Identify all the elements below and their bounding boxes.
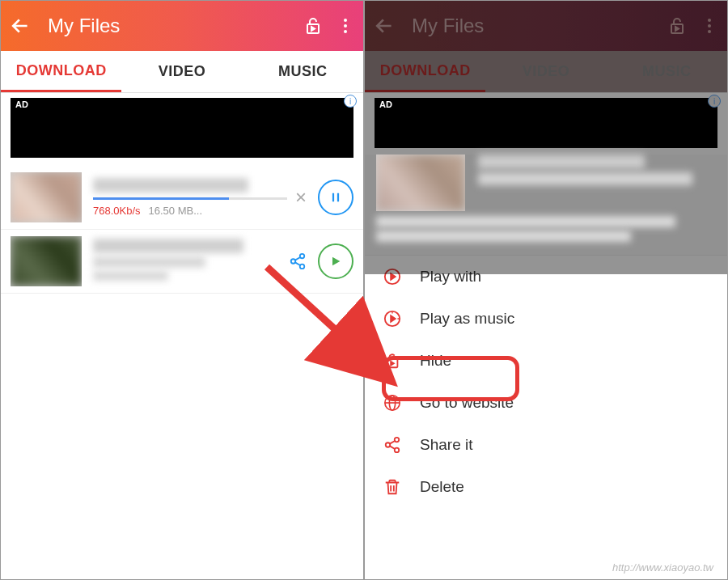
item-subtitle-blurred — [478, 172, 692, 185]
ad-info-icon[interactable]: i — [708, 95, 721, 108]
lock-open-icon — [383, 351, 402, 370]
globe-icon — [383, 393, 402, 413]
tab-video[interactable]: VIDEO — [121, 51, 242, 92]
download-item-active[interactable]: 768.0Kb/s 16.50 MB... × — [1, 166, 363, 230]
screen-left: My Files DOWNLOAD VIDEO MUSIC AD i 768.0… — [0, 0, 364, 580]
svg-line-25 — [390, 446, 395, 449]
menu-play-with[interactable]: Play with — [365, 256, 727, 298]
menu-label: Play as music — [420, 310, 514, 328]
tab-download[interactable]: DOWNLOAD — [1, 51, 121, 92]
menu-play-as-music[interactable]: Play as music — [365, 298, 727, 340]
ad-banner[interactable]: AD i — [375, 98, 717, 148]
more-icon[interactable] — [701, 18, 717, 34]
context-menu: Play with Play as music Hide Go to websi… — [365, 256, 727, 508]
cancel-button[interactable]: × — [295, 186, 307, 209]
menu-share-it[interactable]: Share it — [365, 424, 727, 466]
svg-marker-1 — [311, 27, 315, 31]
menu-label: Play with — [420, 268, 481, 286]
item-title-blurred — [478, 155, 645, 169]
item-title-blurred — [93, 239, 243, 253]
item-body — [93, 239, 281, 284]
lock-icon[interactable] — [303, 16, 323, 36]
svg-line-8 — [295, 262, 300, 265]
svg-marker-13 — [391, 273, 396, 279]
item-body: 768.0Kb/s 16.50 MB... — [93, 178, 287, 217]
tab-bar: DOWNLOAD VIDEO MUSIC — [365, 51, 727, 93]
svg-point-21 — [395, 438, 400, 442]
svg-marker-9 — [332, 257, 340, 266]
menu-label: Share it — [420, 436, 472, 454]
item-meta-blurred — [376, 231, 631, 242]
menu-hide[interactable]: Hide — [365, 340, 727, 382]
watermark: http://www.xiaoyao.tw — [612, 561, 713, 574]
item-title-blurred — [93, 178, 248, 193]
svg-marker-11 — [675, 27, 679, 31]
menu-label: Delete — [420, 478, 464, 496]
menu-label: Go to website — [420, 394, 514, 412]
selected-item — [365, 155, 727, 256]
lock-icon[interactable] — [667, 16, 687, 36]
svg-line-7 — [295, 257, 300, 260]
play-button[interactable] — [318, 243, 353, 279]
svg-point-5 — [291, 259, 296, 264]
more-icon[interactable] — [337, 18, 353, 34]
svg-point-22 — [386, 442, 391, 447]
thumbnail — [11, 236, 82, 286]
ad-label: AD — [11, 98, 33, 111]
play-clock-icon — [383, 309, 402, 328]
pause-button[interactable] — [318, 180, 353, 215]
ad-label: AD — [375, 98, 397, 111]
back-icon[interactable] — [375, 15, 396, 36]
share-icon — [383, 435, 402, 455]
svg-line-24 — [390, 441, 395, 444]
trash-icon — [383, 477, 402, 497]
tab-download[interactable]: DOWNLOAD — [365, 51, 485, 92]
svg-point-23 — [395, 448, 400, 453]
thumbnail — [376, 155, 465, 211]
download-item-complete[interactable] — [1, 230, 363, 294]
svg-point-6 — [300, 265, 305, 269]
back-icon[interactable] — [11, 15, 32, 36]
app-header: My Files — [365, 1, 727, 51]
ad-banner[interactable]: AD i — [11, 98, 353, 158]
tab-video[interactable]: VIDEO — [485, 51, 606, 92]
app-header: My Files — [1, 1, 363, 51]
tab-music[interactable]: MUSIC — [607, 51, 727, 92]
svg-marker-15 — [391, 315, 396, 321]
download-speed: 768.0Kb/s — [93, 205, 141, 217]
download-size: 16.50 MB... — [149, 205, 202, 217]
svg-marker-17 — [391, 362, 394, 366]
page-title: My Files — [412, 15, 667, 37]
item-meta-blurred — [93, 271, 168, 281]
menu-delete[interactable]: Delete — [365, 466, 727, 508]
screen-right: My Files DOWNLOAD VIDEO MUSIC AD i — [364, 0, 728, 580]
page-title: My Files — [48, 15, 303, 37]
item-subtitle-blurred — [93, 256, 205, 268]
menu-go-to-website[interactable]: Go to website — [365, 382, 727, 424]
thumbnail — [11, 172, 82, 222]
menu-label: Hide — [420, 352, 451, 370]
progress-bar — [93, 197, 287, 200]
tab-music[interactable]: MUSIC — [243, 51, 363, 92]
tab-bar: DOWNLOAD VIDEO MUSIC — [1, 51, 363, 93]
share-icon[interactable] — [289, 252, 307, 270]
svg-point-4 — [300, 254, 305, 259]
play-circle-icon — [383, 267, 402, 286]
ad-info-icon[interactable]: i — [344, 95, 357, 108]
item-meta-blurred — [376, 216, 675, 227]
